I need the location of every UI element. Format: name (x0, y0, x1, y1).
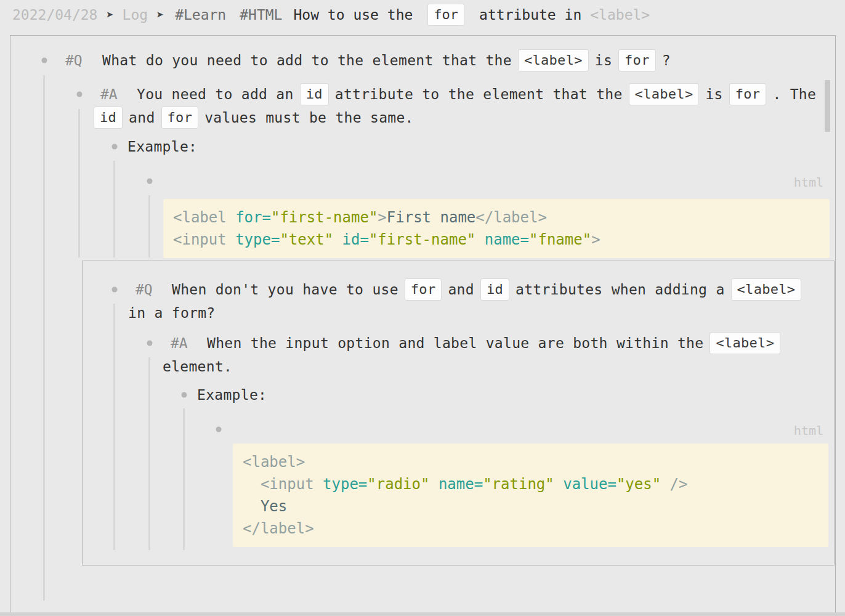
segment-text: is (595, 52, 612, 68)
code-token: <label (173, 209, 235, 226)
code-line: </label> (243, 517, 819, 540)
code-token: > (591, 231, 600, 248)
code-token (429, 476, 438, 493)
segment-text: values must be the same. (204, 110, 414, 126)
code-token: Yes (243, 498, 287, 515)
segment-text: When the input option and label value ar… (207, 335, 703, 351)
code-token: value= (563, 476, 617, 493)
segment-text: You need to add an (137, 86, 294, 102)
inline-code-chip: <label> (518, 49, 589, 71)
code-token: "first-name" (369, 231, 475, 248)
segment-text: What do you need to add to the element t… (102, 52, 512, 68)
segment-text: attributes when adding a (515, 282, 725, 298)
segment-text: and (448, 282, 474, 298)
code-line: <label> (243, 451, 819, 473)
code-token (554, 476, 563, 493)
answer-1-line-1[interactable]: You need to add anidattribute to the ele… (137, 83, 816, 105)
code-token: name= (485, 231, 529, 248)
segment-text: ? (662, 52, 671, 68)
segment-muted[interactable]: Log (123, 7, 148, 23)
question-2-line-2[interactable]: in a form? (128, 305, 215, 321)
segment-text: is (705, 86, 722, 102)
code-token: > (378, 209, 386, 226)
segment-text: . The (772, 86, 816, 102)
code-language-label: html (700, 423, 823, 438)
inline-code-chip: for (427, 4, 464, 26)
code-token: name= (439, 476, 483, 493)
inline-code-chip: for (161, 107, 199, 129)
bullet[interactable] (112, 144, 118, 150)
code-token: for= (235, 209, 271, 226)
a-marker: #A (100, 86, 118, 102)
a-marker: #A (171, 335, 188, 351)
code-token: "yes" (617, 476, 661, 493)
inline-code-chip: <label> (629, 83, 700, 105)
code-token: "radio" (367, 476, 429, 493)
segment-text: element. (163, 359, 232, 375)
segment-tag[interactable]: #Learn (175, 7, 226, 23)
bullet[interactable] (77, 92, 83, 97)
code-language-label: html (700, 175, 823, 190)
segment-text: How to use the (293, 7, 413, 23)
code-line: <label for="first-name">First name</labe… (173, 206, 820, 229)
answer-2-line-1[interactable]: When the input option and label value ar… (207, 332, 786, 354)
segment-muted[interactable]: 2022/04/28 (12, 7, 97, 23)
answer-2-line-2[interactable]: element. (163, 359, 232, 375)
code-token: <label> (243, 453, 305, 471)
code-token: </label> (475, 209, 547, 226)
code-token (333, 231, 342, 248)
inline-code-chip: id (480, 278, 509, 301)
code-block-radio-label[interactable]: <label> <input type="radio" name="rating… (233, 444, 828, 547)
code-block-label-input[interactable]: <label for="first-name">First name</labe… (163, 199, 830, 258)
scrollbar-thumb[interactable] (825, 80, 830, 132)
segment-text: attribute in (479, 7, 581, 23)
code-token: First name (387, 209, 476, 226)
inline-code-chip: <label> (710, 332, 780, 354)
segment-text: attribute to the element that the (335, 86, 623, 102)
segment-text: in a form? (128, 305, 215, 321)
segment-arrow: ➤ (106, 7, 113, 22)
segment-text: When don't you have to use (172, 282, 398, 298)
code-token: "text" (280, 231, 333, 248)
code-token: id= (342, 231, 369, 248)
code-token: </label> (243, 520, 314, 537)
q-marker: #Q (135, 282, 153, 298)
bullet[interactable] (147, 179, 153, 184)
segment-muted[interactable]: <label> (590, 7, 650, 23)
page: 2022/04/28➤Log➤#Learn#HTMLHow to use the… (0, 0, 845, 616)
question-1[interactable]: What do you need to add to the element t… (102, 49, 671, 71)
example-1-label[interactable]: Example: (127, 139, 197, 155)
code-line: <input type="text" id="first-name" name=… (173, 229, 820, 251)
inline-code-chip: <label> (731, 278, 802, 301)
code-line: Yes (243, 495, 819, 517)
code-line: <input type="radio" name="rating" value=… (243, 473, 819, 495)
segment-tag[interactable]: #HTML (240, 7, 282, 23)
bullet[interactable] (112, 287, 118, 293)
code-token: type= (323, 476, 367, 493)
bottom-scrollbar-track[interactable] (0, 612, 845, 616)
code-token: /> (661, 476, 687, 493)
indent-guide (183, 408, 185, 550)
indent-guide (113, 161, 115, 257)
segment-text: and (129, 110, 155, 126)
inline-code-chip: for (729, 83, 767, 105)
indent-guide (43, 75, 45, 601)
code-token: "rating" (483, 476, 554, 493)
bullet[interactable] (182, 392, 187, 398)
code-token: type= (235, 231, 280, 248)
indent-guide (113, 304, 115, 550)
inline-code-chip: id (94, 107, 123, 129)
indent-guide (78, 109, 80, 257)
indent-guide (148, 195, 150, 257)
code-token: "fname" (529, 231, 591, 248)
bullet[interactable] (216, 427, 222, 432)
bullet[interactable] (42, 58, 47, 63)
answer-1-line-2[interactable]: idandforvalues must be the same. (94, 107, 414, 129)
bullet[interactable] (147, 341, 153, 346)
question-2-line-1[interactable]: When don't you have to useforandidattrib… (172, 278, 807, 301)
code-token: <input (243, 476, 323, 493)
example-2-label[interactable]: Example: (197, 387, 267, 403)
inline-code-chip: for (618, 49, 656, 71)
inline-code-chip: for (405, 278, 442, 301)
q-marker: #Q (65, 52, 83, 68)
